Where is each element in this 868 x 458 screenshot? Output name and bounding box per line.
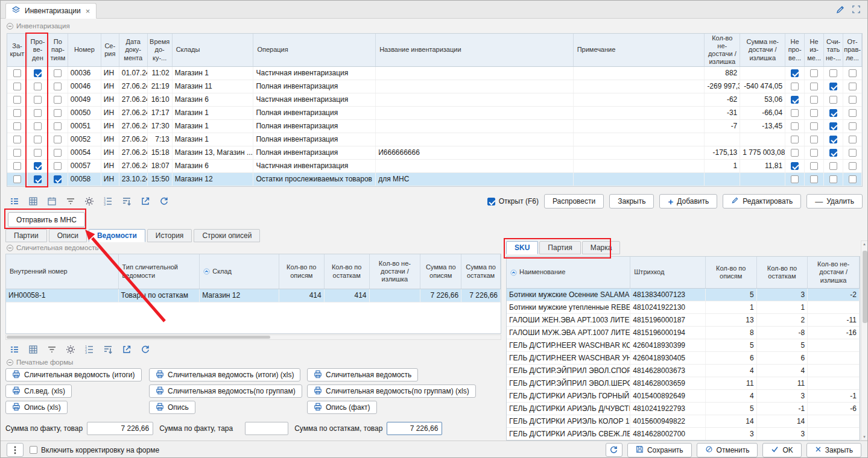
detail-tab-4[interactable]: Строки описей [194, 229, 260, 242]
row-checkbox[interactable] [13, 69, 21, 77]
row-checkbox[interactable] [829, 83, 837, 90]
filter-icon[interactable] [63, 195, 78, 208]
send-to-mns-button[interactable]: Отправить в МНС [8, 212, 85, 227]
save-button[interactable]: Сохранить [627, 443, 692, 457]
inventory-row[interactable]: 00036ИН01.07.2411:02Магазин 1Частичная и… [7, 67, 862, 80]
row-checkbox[interactable] [13, 96, 21, 104]
row-checkbox[interactable] [829, 122, 837, 130]
inventory-column-header[interactable]: Не про- ве... [785, 34, 805, 66]
ok-button[interactable]: OK [762, 443, 801, 457]
cancel-button[interactable]: Отменить [697, 443, 758, 457]
inventory-column-header[interactable]: Сумма не- достачи / излишка [740, 34, 785, 66]
row-checkbox[interactable] [791, 83, 799, 90]
row-checkbox[interactable] [34, 149, 42, 157]
row-checkbox[interactable] [829, 162, 837, 170]
maximize-icon[interactable] [852, 5, 861, 16]
inventory-column-header[interactable]: Кол-во не- достачи / излишка [705, 34, 740, 66]
row-checkbox[interactable] [13, 109, 21, 117]
more-menu-button[interactable] [7, 443, 24, 457]
vedomost-column-header[interactable]: Тип сличительной ведомости [119, 254, 200, 289]
refresh-icon[interactable] [138, 343, 153, 356]
tab-inventories[interactable]: Инвентаризации × [5, 3, 97, 19]
row-checkbox[interactable] [810, 136, 818, 143]
inventory-column-header[interactable]: Про- ве- ден [28, 34, 48, 66]
row-checkbox[interactable] [13, 149, 21, 157]
row-checkbox[interactable] [13, 136, 21, 143]
inventory-row[interactable]: 00050ИН27.06.2417:17Магазин 1Полная инве… [7, 107, 862, 120]
vedomost-column-header[interactable]: Склад [200, 254, 279, 289]
row-checkbox[interactable] [34, 109, 42, 117]
print-form-button[interactable]: Опись (факт) [307, 401, 377, 414]
row-checkbox[interactable] [849, 83, 857, 90]
open-f6-checkbox[interactable] [487, 198, 495, 205]
row-checkbox[interactable] [810, 69, 818, 77]
sku-column-header[interactable]: Кол-во по остаткам [757, 257, 808, 288]
row-checkbox[interactable] [829, 109, 837, 117]
repost-button[interactable]: Распровести [544, 194, 604, 209]
inventory-column-header[interactable]: Не из- ме... [805, 34, 824, 66]
sku-row[interactable]: ГЕЛЬ Д/СТИР.HEER WASCHBAR УНИ...42604189… [507, 352, 860, 365]
row-checkbox[interactable] [791, 175, 799, 183]
row-checkbox[interactable] [810, 122, 818, 130]
edit-button[interactable]: Редактировать [723, 194, 801, 209]
detail-tab-0[interactable]: Партии [5, 229, 47, 242]
detail-tab-2[interactable]: Ведомости [89, 229, 145, 242]
inventory-row[interactable]: 00052ИН27.06.247:13Магазин 1Полная инвен… [7, 133, 862, 146]
vedomost-column-header[interactable]: Кол-во по описям [279, 254, 325, 289]
row-checkbox[interactable] [791, 162, 799, 170]
sku-row[interactable]: ГАЛОШИ ЖЕН.ЭВА АРТ.1003 ЛИТЕКС4815196000… [507, 314, 860, 327]
inventory-column-header[interactable]: Название инвентаризации [376, 34, 574, 66]
inventory-row[interactable]: 00057ИН27.06.2418:07Магазин 6Частичная и… [7, 160, 862, 173]
row-checkbox[interactable] [849, 149, 857, 157]
row-checkbox[interactable] [54, 175, 62, 183]
print-form-button[interactable]: Сличительная ведомость [307, 368, 418, 381]
inventory-column-header[interactable]: Время до- ку-... [148, 34, 173, 66]
sku-tab-2[interactable]: Марка [582, 241, 621, 254]
detail-tab-1[interactable]: Описи [49, 229, 87, 242]
row-checkbox[interactable] [791, 122, 799, 130]
add-button[interactable]: +Добавить [659, 194, 717, 209]
inventory-column-header[interactable]: Дата доку- мента [119, 34, 148, 66]
row-checkbox[interactable] [54, 109, 62, 117]
sku-row[interactable]: ГЕЛЬ Д/СТИРКИ АРИЭЛЬ СВЕЖ.ЛЕН...48146280… [507, 428, 860, 441]
inventory-column-header[interactable]: Склады [173, 34, 254, 66]
row-checkbox[interactable] [810, 175, 818, 183]
row-checkbox[interactable] [54, 136, 62, 143]
row-checkbox[interactable] [791, 149, 799, 157]
row-checkbox[interactable] [34, 69, 42, 77]
edit-form-pencil-icon[interactable] [835, 5, 845, 16]
row-checkbox[interactable] [810, 149, 818, 157]
inventory-row[interactable]: 00054ИН27.06.2415:18Магазин 13, Магазин … [7, 146, 862, 160]
total-fact-tare-value[interactable] [245, 422, 288, 435]
vedomost-column-header[interactable]: Кол-во не- достачи / излишка [370, 254, 421, 289]
row-checkbox[interactable] [34, 175, 42, 183]
row-checkbox[interactable] [34, 136, 42, 143]
adjust-on-form-control[interactable]: Включить корректировку на форме [30, 446, 159, 454]
gear-icon[interactable] [81, 195, 97, 208]
inventory-row[interactable]: 00051ИН27.06.2417:30Магазин 1Полная инве… [7, 120, 862, 133]
row-checkbox[interactable] [810, 109, 818, 117]
row-checkbox[interactable] [791, 109, 799, 117]
sku-row[interactable]: Ботинки мужские Осенние SALAMA...4813834… [507, 289, 860, 301]
numbered-list-icon[interactable]: 123 [100, 195, 116, 208]
inventory-column-header[interactable]: За- крыт [7, 34, 28, 66]
row-checkbox[interactable] [34, 122, 42, 130]
refresh-icon[interactable] [156, 195, 172, 208]
vedomost-column-header[interactable]: Кол-во по остаткам [325, 254, 370, 289]
gear-icon[interactable] [63, 343, 78, 356]
sku-row[interactable]: ГЕЛЬ Д/СТИР.ЭЙПРИЛ ЭВОЛ.ШЕРСТ...48146280… [507, 377, 860, 390]
row-checkbox[interactable] [829, 149, 837, 157]
total-rest-goods-value[interactable]: 7 226,66 [387, 422, 442, 435]
refresh-form-button[interactable] [606, 443, 622, 457]
sku-tab-0[interactable]: SKU [506, 241, 538, 254]
print-form-button[interactable]: Сличительная ведомость(по группам) (xls) [307, 384, 476, 398]
inventory-column-header[interactable]: Счи- тать не-... [824, 34, 843, 66]
collapse-icon[interactable] [7, 359, 13, 366]
print-form-button[interactable]: Сличительная ведомость(по группам) [149, 384, 302, 398]
vedomost-row[interactable]: ИН00058-1Товары по остаткамМагазин 12414… [6, 289, 501, 303]
row-checkbox[interactable] [13, 175, 21, 183]
sort-lines-icon[interactable] [119, 195, 135, 208]
vedomost-column-header[interactable]: Сумма по описям [420, 254, 461, 289]
row-checkbox[interactable] [34, 83, 42, 90]
sku-column-header[interactable]: Штрихкод [630, 257, 706, 288]
